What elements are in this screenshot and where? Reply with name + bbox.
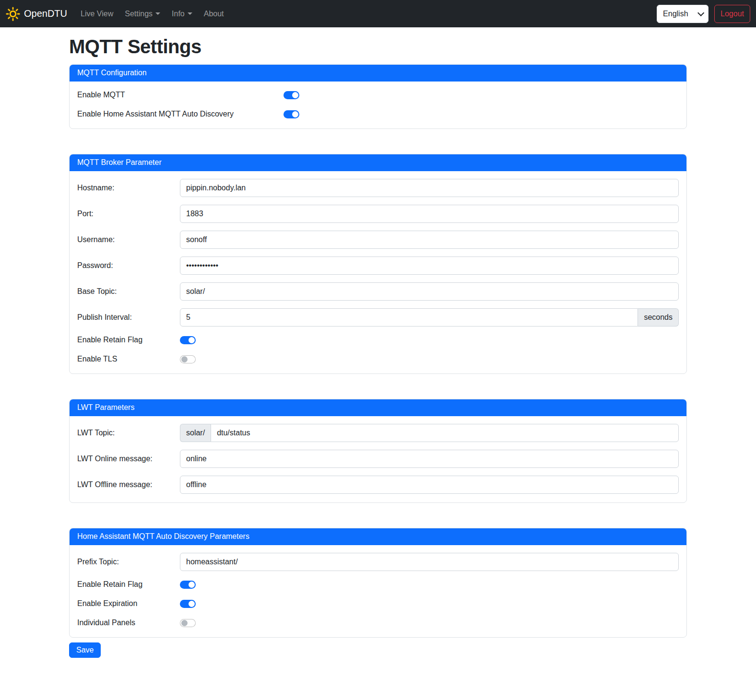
- nav-item-about[interactable]: About: [200, 6, 228, 22]
- brand-link[interactable]: OpenDTU: [6, 7, 67, 21]
- hostname-label: Hostname:: [77, 184, 180, 192]
- nav-links: Live View Settings Info About: [75, 6, 230, 22]
- language-select-value: English: [663, 10, 688, 18]
- lwt-parameters-card-header: LWT Parameters: [70, 399, 686, 416]
- main-content: MQTT Settings MQTT Configuration Enable …: [69, 36, 687, 666]
- broker-retain-toggle[interactable]: [180, 336, 196, 344]
- ha-individual-panels-row: Individual Panels: [77, 617, 679, 629]
- ha-expiration-label: Enable Expiration: [77, 599, 180, 608]
- page-title: MQTT Settings: [69, 36, 687, 58]
- mqtt-broker-card-header: MQTT Broker Parameter: [70, 154, 686, 171]
- hostname-row: Hostname:: [77, 179, 679, 197]
- lwt-offline-row: LWT Offline message:: [77, 476, 679, 494]
- enable-ha-discovery-row: Enable Home Assistant MQTT Auto Discover…: [77, 108, 679, 120]
- lwt-online-row: LWT Online message:: [77, 450, 679, 468]
- ha-retain-label: Enable Retain Flag: [77, 580, 180, 589]
- enable-ha-discovery-toggle[interactable]: [284, 110, 299, 118]
- ha-discovery-card-header: Home Assistant MQTT Auto Discovery Param…: [70, 528, 686, 545]
- caret-down-icon: [188, 12, 192, 15]
- password-input[interactable]: [180, 257, 679, 275]
- nav-item-info-label: Info: [172, 10, 185, 18]
- sun-icon: [6, 7, 20, 21]
- nav-item-info[interactable]: Info: [168, 6, 196, 22]
- publish-interval-label: Publish Interval:: [77, 313, 180, 322]
- broker-retain-row: Enable Retain Flag: [77, 334, 679, 346]
- broker-tls-label: Enable TLS: [77, 355, 180, 363]
- caret-down-icon: [155, 12, 160, 15]
- base-topic-input[interactable]: [180, 282, 679, 301]
- publish-interval-input[interactable]: [180, 308, 638, 327]
- publish-interval-unit: seconds: [638, 308, 679, 327]
- username-label: Username:: [77, 235, 180, 244]
- base-topic-row: Base Topic:: [77, 282, 679, 301]
- hostname-input[interactable]: [180, 179, 679, 197]
- ha-retain-row: Enable Retain Flag: [77, 579, 679, 590]
- nav-item-live-view-label: Live View: [81, 10, 113, 18]
- username-input[interactable]: [180, 231, 679, 249]
- logout-button[interactable]: Logout: [714, 5, 750, 23]
- password-label: Password:: [77, 261, 180, 270]
- nav-item-settings-label: Settings: [125, 10, 153, 18]
- lwt-online-label: LWT Online message:: [77, 455, 180, 463]
- nav-item-settings[interactable]: Settings: [121, 6, 164, 22]
- port-input[interactable]: [180, 205, 679, 223]
- username-row: Username:: [77, 231, 679, 249]
- nav-item-about-label: About: [204, 10, 224, 18]
- lwt-topic-prefix: solar/: [180, 424, 211, 442]
- lwt-offline-input[interactable]: [180, 476, 679, 494]
- mqtt-configuration-card: MQTT Configuration Enable MQTT Enable Ho…: [69, 64, 687, 129]
- chevron-down-icon: [697, 9, 704, 16]
- enable-ha-discovery-label: Enable Home Assistant MQTT Auto Discover…: [77, 110, 284, 118]
- enable-mqtt-row: Enable MQTT: [77, 89, 679, 101]
- ha-expiration-row: Enable Expiration: [77, 598, 679, 609]
- lwt-offline-label: LWT Offline message:: [77, 480, 180, 489]
- ha-prefix-topic-input[interactable]: [180, 553, 679, 571]
- publish-interval-group: seconds: [180, 308, 679, 327]
- lwt-parameters-card: LWT Parameters LWT Topic: solar/ LWT Onl…: [69, 399, 687, 503]
- port-row: Port:: [77, 205, 679, 223]
- ha-individual-panels-toggle[interactable]: [180, 619, 196, 627]
- lwt-topic-input[interactable]: [211, 424, 679, 442]
- broker-tls-toggle[interactable]: [180, 355, 196, 363]
- base-topic-label: Base Topic:: [77, 287, 180, 296]
- lwt-topic-label: LWT Topic:: [77, 429, 180, 437]
- port-label: Port:: [77, 210, 180, 218]
- language-select[interactable]: English: [657, 5, 709, 23]
- brand-label: OpenDTU: [24, 8, 67, 19]
- save-button[interactable]: Save: [69, 642, 101, 658]
- publish-interval-row: Publish Interval: seconds: [77, 308, 679, 327]
- broker-tls-row: Enable TLS: [77, 353, 679, 365]
- nav-item-live-view[interactable]: Live View: [77, 6, 117, 22]
- lwt-parameters-card-body: LWT Topic: solar/ LWT Online message: LW…: [70, 416, 686, 502]
- mqtt-broker-card-body: Hostname: Port: Username: Password: Base…: [70, 171, 686, 373]
- ha-retain-toggle[interactable]: [180, 581, 196, 589]
- password-row: Password:: [77, 257, 679, 275]
- ha-discovery-card-body: Prefix Topic: Enable Retain Flag Enable …: [70, 545, 686, 637]
- enable-mqtt-label: Enable MQTT: [77, 91, 284, 99]
- ha-individual-panels-label: Individual Panels: [77, 618, 180, 627]
- lwt-online-input[interactable]: [180, 450, 679, 468]
- mqtt-configuration-card-header: MQTT Configuration: [70, 65, 686, 82]
- enable-mqtt-toggle[interactable]: [284, 91, 299, 99]
- ha-discovery-card: Home Assistant MQTT Auto Discovery Param…: [69, 528, 687, 638]
- broker-retain-label: Enable Retain Flag: [77, 336, 180, 344]
- ha-expiration-toggle[interactable]: [180, 600, 196, 608]
- lwt-topic-group: solar/: [180, 424, 679, 442]
- ha-prefix-topic-label: Prefix Topic:: [77, 558, 180, 566]
- lwt-topic-row: LWT Topic: solar/: [77, 424, 679, 442]
- top-navbar: OpenDTU Live View Settings Info About En…: [0, 0, 756, 27]
- mqtt-configuration-card-body: Enable MQTT Enable Home Assistant MQTT A…: [70, 82, 686, 128]
- mqtt-broker-card: MQTT Broker Parameter Hostname: Port: Us…: [69, 154, 687, 374]
- navbar-right: English Logout: [657, 5, 750, 23]
- ha-prefix-topic-row: Prefix Topic:: [77, 553, 679, 571]
